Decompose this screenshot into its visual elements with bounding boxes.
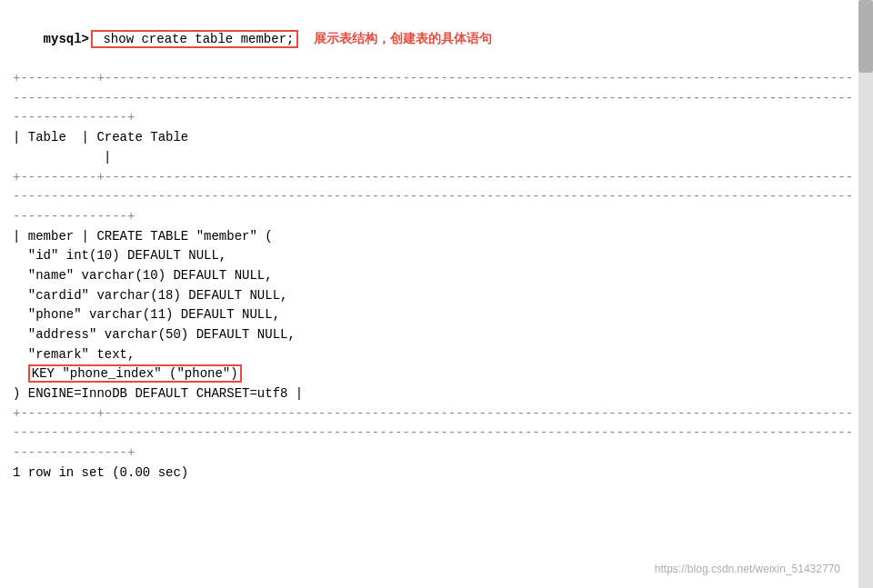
spacer-bar: |: [13, 148, 842, 168]
sep-line-2: ----------------------------------------…: [13, 89, 842, 109]
key-highlight-box: KEY "phone_index" ("phone"): [28, 364, 242, 383]
member-line-1: | member | CREATE TABLE "member" (: [13, 227, 842, 247]
sep-line-5: ----------------------------------------…: [13, 187, 842, 207]
result-line: 1 row in set (0.00 sec): [13, 463, 842, 483]
command-box: show create table member;: [91, 30, 298, 48]
sep-line-7: +----------+----------------------------…: [13, 404, 842, 424]
member-key-line: KEY "phone_index" ("phone"): [13, 364, 842, 384]
member-line-7: "remark" text,: [13, 345, 842, 365]
scrollbar-thumb[interactable]: [858, 0, 873, 73]
header-row: | Table | Create Table: [13, 128, 842, 148]
sep-line-3: ---------------+: [13, 108, 842, 128]
member-line-5: "phone" varchar(11) DEFAULT NULL,: [13, 305, 842, 325]
member-line-3: "name" varchar(10) DEFAULT NULL,: [13, 266, 842, 286]
member-line-2: "id" int(10) DEFAULT NULL,: [13, 246, 842, 266]
mysql-prompt: mysql>: [44, 32, 89, 46]
url-watermark: https://blog.csdn.net/weixin_51432770: [655, 563, 840, 575]
sep-line-9: ---------------+: [13, 443, 842, 463]
member-end-line: ) ENGINE=InnoDB DEFAULT CHARSET=utf8 |: [13, 384, 842, 404]
member-line-4: "cardid" varchar(18) DEFAULT NULL,: [13, 286, 842, 306]
sep-line-1: +----------+----------------------------…: [13, 69, 842, 89]
sep-line-6: ---------------+: [13, 207, 842, 227]
member-line-6: "address" varchar(50) DEFAULT NULL,: [13, 325, 842, 345]
sep-line-4: +----------+----------------------------…: [13, 168, 842, 188]
sep-line-8: ----------------------------------------…: [13, 424, 842, 443]
scrollbar[interactable]: [858, 0, 873, 588]
command-line: mysql> show create table member; 展示表结构，创…: [13, 9, 842, 69]
terminal-window: mysql> show create table member; 展示表结构，创…: [0, 0, 855, 588]
annotation-text: 展示表结构，创建表的具体语句: [314, 31, 492, 45]
